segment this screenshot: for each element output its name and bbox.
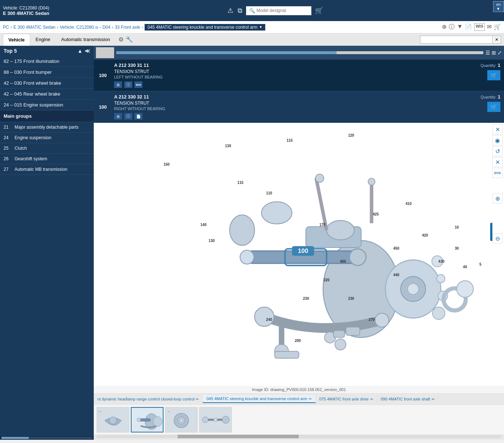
zoom-in-tool[interactable]: ⊕ xyxy=(442,23,447,31)
header-search-input[interactable] xyxy=(257,8,308,13)
part-icon-wis[interactable]: WIS xyxy=(134,81,142,88)
thumbnail-svg-2 xyxy=(132,408,163,432)
sidebar-item-label: 42 – 045 Rear wheel brake xyxy=(4,91,60,97)
sidebar-item-top5-2[interactable]: 88 – 030 Front bumper xyxy=(0,67,94,78)
close-diagram-btn[interactable]: ✕ xyxy=(492,124,503,134)
scroll-track[interactable] xyxy=(97,435,501,438)
thumb-tab-headlamp[interactable]: nt dynamic headlamp range control closed… xyxy=(94,395,203,403)
header-right: ⚠ ⧉ 🔍 🛒 xyxy=(227,6,323,15)
warning-icon[interactable]: ⚠ xyxy=(227,7,233,15)
part-icon-info[interactable]: ⓘ xyxy=(124,81,132,88)
part-icon-doc-2[interactable]: 📄 xyxy=(134,113,142,120)
thumb-tab-axle-drive[interactable]: 075 4MATIC front axle drive ✏ xyxy=(316,395,377,403)
part-icon-grid-2[interactable]: ⊞ xyxy=(114,113,122,120)
tab-transmission[interactable]: Automatic transmission xyxy=(56,33,115,45)
svg-rect-21 xyxy=(346,327,360,335)
sidebar-collapse-icon[interactable]: ▲ xyxy=(77,48,82,54)
svg-tool-btn[interactable]: SVG xyxy=(492,168,503,178)
breadcrumb-dropdown-icon: ▼ xyxy=(259,25,263,29)
center-panel: ☰ ⊞ ⤢ 100 A 212 330 31 11 TENSION STRUT … xyxy=(94,46,504,440)
cart-tool[interactable]: 🛒 xyxy=(494,23,501,31)
svg-text:—: — xyxy=(99,410,102,412)
part-icon-grid[interactable]: ⊞ xyxy=(114,81,122,88)
header: Vehicle: C212080 (D04) E 300 4MATIC Seda… xyxy=(0,0,504,21)
cart-btn-1[interactable]: 🛒 xyxy=(487,70,500,80)
thumb-tab-steering[interactable]: 045 4MATIC steering knuckle and transver… xyxy=(203,395,315,403)
tabs-search-input[interactable] xyxy=(420,36,493,44)
copy-icon[interactable]: ⧉ xyxy=(238,7,242,15)
cart-icon[interactable]: 🛒 xyxy=(315,7,323,15)
lang-selector[interactable]: en ▼ xyxy=(493,1,504,12)
thumbnail-4[interactable] xyxy=(199,407,232,432)
sidebar-item-27[interactable]: 27 Automatic MB transmission xyxy=(0,164,94,175)
part-qty-2: Quantity: 1 🛒 xyxy=(471,91,504,122)
thumbnail-3[interactable]: — xyxy=(165,407,198,432)
history-tool-btn[interactable]: ↺ xyxy=(492,146,503,156)
sidebar-item-top5-4[interactable]: 42 – 045 Rear wheel brake xyxy=(0,89,94,100)
sidebar-section-title-text: Main groups xyxy=(4,113,32,119)
progress-bar xyxy=(116,51,336,54)
parts-list-header: ☰ ⊞ ⤢ xyxy=(94,46,504,60)
eye-tool-btn[interactable]: ◉ xyxy=(492,135,503,145)
sidebar-item-26[interactable]: 26 Gearshift system xyxy=(0,154,94,164)
thumbnail-2[interactable] xyxy=(131,407,164,432)
thumbnail-1[interactable]: — xyxy=(97,407,129,432)
sidebar-scroll: 82 – 175 Front illumination 88 – 030 Fro… xyxy=(0,56,94,436)
breadcrumb-d04[interactable]: D04 xyxy=(102,25,110,30)
tab-vehicle[interactable]: Vehicle xyxy=(3,34,30,46)
sidebar-item-num: 26 xyxy=(4,156,15,161)
sidebar: Top 5 ▲ ≪ 82 – 175 Front illumination 88… xyxy=(0,46,94,440)
thumb-tab-steering-label: 045 4MATIC steering knuckle and transver… xyxy=(206,396,307,401)
cart-btn-2[interactable]: 🛒 xyxy=(487,102,500,112)
sidebar-item-21[interactable]: 21 Major assembly detachable parts xyxy=(0,122,94,133)
sidebar-close-icon[interactable]: ≪ xyxy=(85,48,90,54)
sidebar-item-top5-1[interactable]: 82 – 175 Front illumination xyxy=(0,56,94,67)
part-icon-info-2[interactable]: ⓘ xyxy=(124,113,132,120)
sidebar-item-label: 88 – 030 Front bumper xyxy=(4,69,52,75)
tabs-search-button[interactable]: ✕ xyxy=(493,36,501,44)
sidebar-item-text: Engine suspension xyxy=(15,135,51,140)
sidebar-header-controls: ▲ ≪ xyxy=(77,48,90,54)
sidebar-item-24[interactable]: 24 Engine suspension xyxy=(0,133,94,143)
svg-point-16 xyxy=(327,221,354,240)
tabs-search: ✕ xyxy=(420,36,501,44)
tabs-bar: Vehicle Engine Automatic transmission ⚙ … xyxy=(0,33,504,46)
header-search-box[interactable]: 🔍 xyxy=(246,6,311,15)
part-name-1: TENSION STRUT xyxy=(114,69,469,74)
breadcrumb-model[interactable]: E 300 4MATIC Sedan xyxy=(13,25,56,30)
tab-settings-icon[interactable]: ⚙ xyxy=(118,36,124,43)
list-view-icon[interactable]: ☰ xyxy=(485,50,490,56)
progress-bar-container xyxy=(116,51,483,54)
breadcrumb-frontaxle[interactable]: 33 Front axle xyxy=(115,25,140,30)
filter-tool[interactable]: ▼ xyxy=(457,23,463,31)
breadcrumb-vehicle[interactable]: Vehicle: C212080 ⊟ xyxy=(60,25,98,30)
breadcrumb-pc[interactable]: PC xyxy=(3,25,9,30)
sidebar-item-25[interactable]: 25 Clutch xyxy=(0,143,94,154)
crosshair-tool-btn[interactable]: ✕ xyxy=(492,157,503,167)
mail-tool[interactable]: ✉ xyxy=(487,23,492,31)
info-tool[interactable]: ⓘ xyxy=(449,23,455,31)
scroll-thumb[interactable] xyxy=(178,435,299,438)
search-icon: 🔍 xyxy=(249,8,255,13)
wis-tool[interactable]: WIS xyxy=(474,23,485,31)
tab-engine[interactable]: Engine xyxy=(30,33,56,45)
zoom-out-btn[interactable]: ⊖ xyxy=(492,233,503,243)
zoom-in-btn[interactable]: ⊕ xyxy=(492,193,503,204)
sidebar-item-num: 25 xyxy=(4,146,15,151)
svg-point-6 xyxy=(350,249,366,266)
sidebar-item-top5-5[interactable]: 24 – 015 Engine suspension xyxy=(0,100,94,110)
breadcrumb-bar: PC › E 300 4MATIC Sedan › Vehicle: C2120… xyxy=(0,21,504,33)
part-item-2: 100 A 212 330 32 11 TENSION STRUT RIGHT … xyxy=(94,91,504,123)
tab-tools-icon[interactable]: 🔧 xyxy=(126,36,133,43)
thumb-tab-axle-shaft[interactable]: 090 4MATIC front axle shaft ✏ xyxy=(377,395,439,403)
doc-tool[interactable]: 📄 xyxy=(465,23,472,31)
svg-point-24 xyxy=(262,202,292,224)
sidebar-item-top5-3[interactable]: 42 – 030 Front wheel brake xyxy=(0,78,94,89)
svg-point-25 xyxy=(230,215,255,245)
sidebar-item-num: 21 xyxy=(4,125,15,130)
parts-diagram-svg: 100 xyxy=(94,123,504,386)
grid-view-icon[interactable]: ⊞ xyxy=(492,50,496,56)
svg-point-27 xyxy=(315,174,324,182)
breadcrumb-current[interactable]: 045 4MATIC steering knuckle and transver… xyxy=(145,24,265,31)
expand-icon[interactable]: ⤢ xyxy=(497,50,502,56)
